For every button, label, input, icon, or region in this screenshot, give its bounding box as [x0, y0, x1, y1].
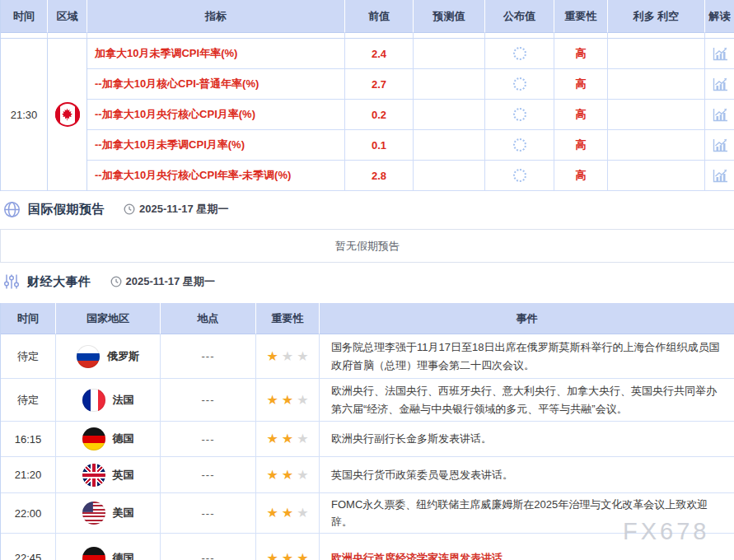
econ-col-region: 区域: [48, 0, 87, 33]
previous-value: 0.2: [345, 100, 414, 130]
country-name: 英国: [113, 468, 134, 483]
loading-spinner-icon: [513, 169, 526, 182]
chart-detail-icon[interactable]: [705, 39, 734, 68]
fx678-watermark: FX678: [623, 518, 709, 545]
star-icon: ★: [282, 432, 293, 446]
econ-col-bias: 利多 利空: [608, 0, 705, 33]
chart-detail-icon[interactable]: [705, 130, 734, 160]
event-description: 欧洲央行首席经济学家连恩发表讲话。: [320, 544, 525, 560]
previous-value: 2.7: [345, 69, 414, 100]
bias-cell: [608, 130, 705, 161]
event-location: ---: [161, 334, 256, 379]
bias-cell: [608, 69, 705, 100]
star-icon: ★: [297, 394, 308, 407]
star-icon: ★: [297, 469, 308, 482]
events-col-importance: 重要性: [256, 303, 320, 334]
holiday-section-title: 国际假期预告: [28, 202, 105, 217]
country-cell: 英国: [56, 457, 161, 493]
clipped-row: [1, 33, 48, 39]
event-time: 21:30: [1, 39, 48, 191]
maple-leaf-icon: [61, 108, 73, 121]
country-cell: 德国: [56, 422, 161, 457]
country-cell: 德国: [56, 534, 161, 560]
event-time: 16:15: [1, 422, 56, 457]
econ-col-previous: 前值: [345, 0, 414, 33]
event-description: 欧洲央行副行长金多斯发表讲话。: [320, 425, 503, 452]
forecast-value: [414, 130, 485, 161]
actual-value-cell: [485, 100, 554, 130]
bias-cell: [608, 39, 705, 69]
forecast-value: [414, 100, 485, 130]
event-description: 欧洲央行、法国央行、西班牙央行、意大利央行、加拿大央行、英国央行共同举办第六届“…: [320, 377, 734, 422]
importance-level: 高: [554, 100, 608, 130]
event-time: 待定: [1, 334, 56, 379]
events-section-header: 财经大事件 2025-11-17 星期一: [3, 272, 215, 292]
country-cell: 美国: [56, 493, 161, 534]
previous-value: 0.1: [345, 130, 414, 161]
importance-level: 高: [554, 39, 608, 69]
sliders-icon: [3, 273, 20, 290]
importance-stars: ★★★: [266, 432, 308, 446]
loading-spinner-icon: [513, 77, 526, 91]
country-name: 德国: [113, 432, 134, 446]
importance-stars: ★★★: [266, 350, 308, 363]
event-description: 英国央行货币政策委员曼恩发表讲话。: [320, 461, 525, 488]
actual-value-cell: [485, 130, 554, 161]
country-name: 德国: [113, 551, 134, 560]
events-section-title: 财经大事件: [27, 274, 91, 290]
region-cell: [48, 39, 87, 191]
clock-icon: [110, 276, 122, 287]
event-location: ---: [161, 422, 256, 457]
forecast-value: [414, 39, 485, 69]
importance-level: 高: [554, 161, 608, 191]
bias-cell: [608, 161, 705, 191]
econ-col-importance: 重要性: [554, 0, 608, 33]
loading-spinner-icon: [513, 108, 526, 121]
econ-col-time: 时间: [1, 0, 48, 33]
usa-flag-icon: [82, 502, 105, 525]
event-location: ---: [161, 534, 256, 560]
indicator-name: --加拿大10月核心CPI-普通年率(%): [87, 69, 345, 100]
economic-data-table: 时间 区域 指标 前值 预测值 公布值 重要性 利多 利空 解读 21:30 加…: [0, 0, 734, 191]
actual-value-cell: [485, 161, 554, 191]
bias-cell: [608, 100, 705, 130]
previous-value: 2.8: [345, 161, 414, 191]
chart-detail-icon[interactable]: [705, 69, 734, 99]
chart-detail-icon[interactable]: [705, 100, 734, 129]
event-time: 待定: [1, 379, 56, 422]
events-date: 2025-11-17 星期一: [110, 274, 215, 289]
star-icon: ★: [266, 432, 278, 446]
event-time: 22:45: [1, 534, 56, 560]
forecast-value: [414, 69, 485, 100]
russia-flag-icon: [77, 345, 100, 368]
star-icon: ★: [282, 552, 293, 560]
importance-stars: ★★★: [266, 469, 308, 482]
holiday-section-header: 国际假期预告 2025-11-17 星期一: [3, 199, 228, 219]
star-icon: ★: [282, 506, 293, 520]
star-icon: ★: [297, 552, 308, 560]
country-cell: 俄罗斯: [56, 334, 161, 379]
importance-level: 高: [554, 69, 608, 100]
globe-icon: [3, 201, 21, 218]
events-col-country: 国家地区: [56, 303, 161, 334]
chart-detail-icon[interactable]: [705, 161, 734, 190]
star-icon: ★: [282, 394, 293, 407]
indicator-name: 加拿大10月未季调CPI年率(%): [87, 39, 345, 69]
loading-spinner-icon: [513, 47, 526, 60]
previous-value: 2.4: [345, 39, 414, 69]
events-date-text: 2025-11-17 星期一: [126, 274, 215, 289]
event-location: ---: [161, 379, 256, 422]
event-description: 国务院总理李强于11月17日至18日出席在俄罗斯莫斯科举行的上海合作组织成员国政…: [320, 334, 734, 378]
event-time: 22:00: [1, 493, 56, 534]
events-col-event: 事件: [320, 303, 734, 334]
country-name: 法国: [113, 393, 134, 408]
indicator-name: --加拿大10月央行核心CPI月率(%): [87, 100, 345, 130]
loading-spinner-icon: [513, 138, 526, 152]
importance-level: 高: [554, 130, 608, 161]
canada-flag-icon: [55, 102, 80, 127]
star-icon: ★: [282, 469, 293, 482]
clock-icon: [124, 203, 135, 215]
econ-col-forecast: 预测值: [414, 0, 485, 33]
star-icon: ★: [266, 469, 278, 482]
indicator-name: --加拿大10月未季调CPI月率(%): [87, 130, 345, 161]
